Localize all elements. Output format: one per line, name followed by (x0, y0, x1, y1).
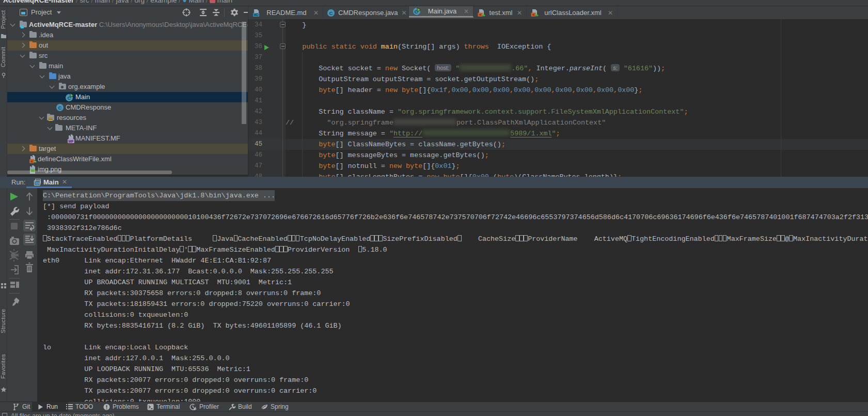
svg-text:MF: MF (68, 140, 74, 143)
svg-text:<: < (479, 12, 482, 17)
svg-text:C: C (58, 105, 62, 111)
svg-text:C: C (329, 10, 333, 16)
svg-text:<: < (532, 12, 535, 17)
svg-text:<: < (30, 160, 33, 163)
svg-text:MD: MD (254, 13, 259, 17)
